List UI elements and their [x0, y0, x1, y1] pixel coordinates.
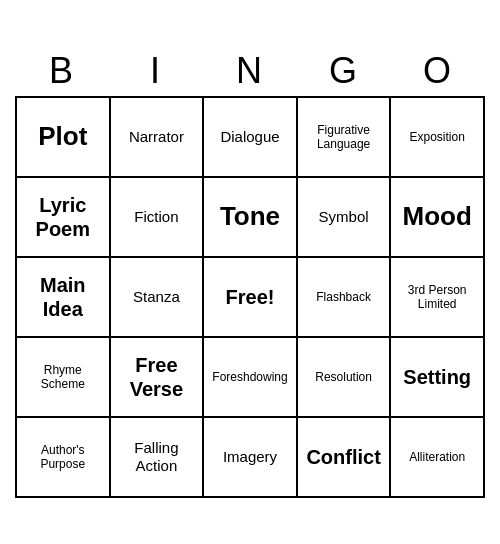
cell-label: Narrator — [129, 128, 184, 146]
cell-r1-c0: Lyric Poem — [17, 178, 111, 258]
cell-r2-c2: Free! — [204, 258, 298, 338]
cell-r4-c1: Falling Action — [111, 418, 205, 498]
cell-r2-c3: Flashback — [298, 258, 392, 338]
cell-label: Setting — [403, 365, 471, 389]
cell-r2-c1: Stanza — [111, 258, 205, 338]
cell-label: Main Idea — [21, 273, 105, 321]
cell-r4-c3: Conflict — [298, 418, 392, 498]
cell-label: Rhyme Scheme — [21, 363, 105, 392]
cell-label: Lyric Poem — [21, 193, 105, 241]
cell-label: Foreshdowing — [212, 370, 287, 384]
header-letter: O — [391, 46, 485, 96]
cell-label: Imagery — [223, 448, 277, 466]
cell-r2-c4: 3rd Person Limited — [391, 258, 485, 338]
cell-r3-c4: Setting — [391, 338, 485, 418]
cell-r0-c3: Figurative Language — [298, 98, 392, 178]
cell-label: Alliteration — [409, 450, 465, 464]
header-letter: I — [109, 46, 203, 96]
cell-label: Plot — [38, 121, 87, 152]
cell-r3-c1: Free Verse — [111, 338, 205, 418]
cell-r3-c2: Foreshdowing — [204, 338, 298, 418]
cell-label: Fiction — [134, 208, 178, 226]
cell-r0-c0: Plot — [17, 98, 111, 178]
cell-r0-c1: Narrator — [111, 98, 205, 178]
cell-r3-c0: Rhyme Scheme — [17, 338, 111, 418]
cell-label: Mood — [403, 201, 472, 232]
cell-r0-c4: Exposition — [391, 98, 485, 178]
cell-label: Flashback — [316, 290, 371, 304]
cell-label: Figurative Language — [302, 123, 386, 152]
cell-label: Exposition — [410, 130, 465, 144]
cell-label: Tone — [220, 201, 280, 232]
cell-r4-c2: Imagery — [204, 418, 298, 498]
cell-r4-c0: Author's Purpose — [17, 418, 111, 498]
cell-label: Falling Action — [115, 439, 199, 475]
header-letter: G — [297, 46, 391, 96]
cell-label: Resolution — [315, 370, 372, 384]
cell-label: Free! — [226, 285, 275, 309]
cell-label: Symbol — [319, 208, 369, 226]
cell-label: Author's Purpose — [21, 443, 105, 472]
cell-label: Stanza — [133, 288, 180, 306]
cell-r0-c2: Dialogue — [204, 98, 298, 178]
cell-r1-c3: Symbol — [298, 178, 392, 258]
bingo-card: BINGO PlotNarratorDialogueFigurative Lan… — [15, 46, 485, 498]
cell-r1-c4: Mood — [391, 178, 485, 258]
bingo-header: BINGO — [15, 46, 485, 96]
cell-label: Free Verse — [115, 353, 199, 401]
cell-label: Conflict — [306, 445, 380, 469]
cell-r2-c0: Main Idea — [17, 258, 111, 338]
cell-r4-c4: Alliteration — [391, 418, 485, 498]
cell-label: Dialogue — [220, 128, 279, 146]
bingo-grid: PlotNarratorDialogueFigurative LanguageE… — [15, 96, 485, 498]
cell-r1-c1: Fiction — [111, 178, 205, 258]
header-letter: B — [15, 46, 109, 96]
cell-r1-c2: Tone — [204, 178, 298, 258]
header-letter: N — [203, 46, 297, 96]
cell-r3-c3: Resolution — [298, 338, 392, 418]
cell-label: 3rd Person Limited — [395, 283, 479, 312]
